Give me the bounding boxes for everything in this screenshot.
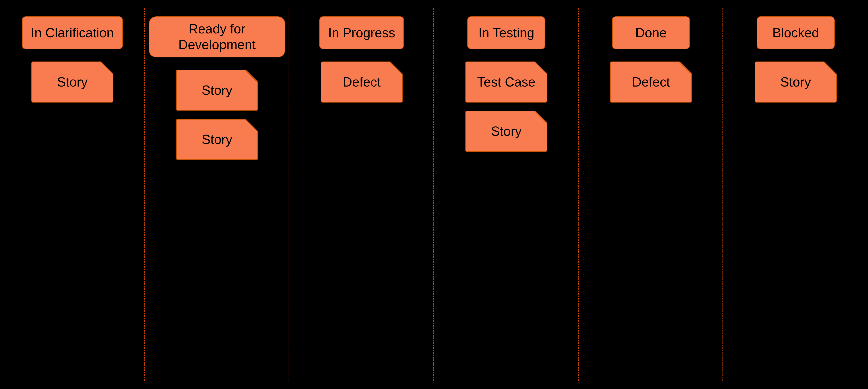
card-blocked-0[interactable]: Story — [755, 61, 837, 102]
column-in-progress: In ProgressDefect — [289, 8, 434, 381]
column-header-in-testing[interactable]: In Testing — [467, 17, 545, 49]
card-ready-for-development-1[interactable]: Story — [176, 119, 258, 160]
card-in-testing-1[interactable]: Story — [465, 111, 547, 152]
card-in-testing-0[interactable]: Test Case — [465, 61, 547, 102]
column-in-testing: In TestingTest CaseStory — [434, 8, 579, 381]
card-label-ready-for-development-0: Story — [202, 83, 232, 98]
card-label-blocked-0: Story — [780, 74, 811, 90]
card-in-clarification-0[interactable]: Story — [31, 61, 113, 102]
card-label-done-0: Defect — [632, 74, 670, 90]
column-header-in-progress[interactable]: In Progress — [319, 17, 404, 49]
card-done-0[interactable]: Defect — [610, 61, 692, 102]
column-header-label-in-progress: In Progress — [328, 25, 395, 41]
column-header-label-ready-for-development: Ready for Development — [158, 21, 277, 53]
column-blocked: BlockedStory — [723, 8, 868, 381]
card-label-in-clarification-0: Story — [57, 74, 88, 90]
column-done: DoneDefect — [579, 8, 723, 381]
column-header-label-done: Done — [636, 25, 667, 41]
card-label-in-testing-1: Story — [491, 124, 522, 139]
card-ready-for-development-0[interactable]: Story — [176, 70, 258, 111]
kanban-board: In ClarificationStoryReady for Developme… — [0, 0, 868, 389]
column-header-in-clarification[interactable]: In Clarification — [22, 17, 123, 49]
column-header-label-in-clarification: In Clarification — [31, 25, 114, 41]
column-header-label-in-testing: In Testing — [478, 25, 534, 41]
column-in-clarification: In ClarificationStory — [0, 8, 145, 381]
column-header-done[interactable]: Done — [612, 17, 690, 49]
column-header-blocked[interactable]: Blocked — [757, 17, 835, 49]
card-label-ready-for-development-1: Story — [202, 132, 232, 147]
card-in-progress-0[interactable]: Defect — [321, 61, 403, 102]
column-header-ready-for-development[interactable]: Ready for Development — [149, 17, 285, 57]
column-ready-for-development: Ready for DevelopmentStoryStory — [145, 8, 289, 381]
card-label-in-progress-0: Defect — [343, 74, 381, 90]
column-header-label-blocked: Blocked — [772, 25, 819, 41]
card-label-in-testing-0: Test Case — [477, 74, 535, 90]
